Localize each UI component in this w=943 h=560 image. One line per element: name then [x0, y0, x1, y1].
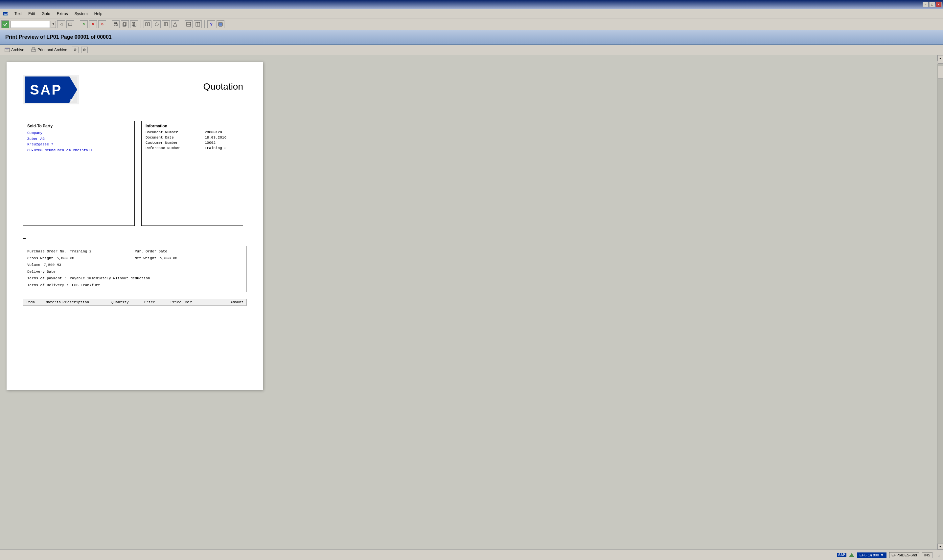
scroll-track[interactable] [937, 64, 943, 544]
sap-bottom-logo: SAP [837, 553, 846, 557]
page-preview-area[interactable]: SAP Quotation Sold-To Party Company Zube… [0, 55, 937, 549]
nav-forward-button[interactable] [66, 20, 74, 28]
confirm-button[interactable] [1, 20, 9, 28]
separator-dash: — [23, 236, 247, 241]
purchase-row-3: Volume 7,500 M3 [27, 262, 242, 268]
purchase-row-1: Purchase Order No. Training 2 Pur. Order… [27, 249, 242, 254]
sold-to-street: Kreuzgasse 7 [27, 142, 130, 148]
header-bar: Print Preview of LP01 Page 00001 of 0000… [0, 30, 943, 45]
col-price: Price [144, 300, 171, 304]
command-dropdown[interactable]: ▼ [51, 21, 56, 28]
svg-line-35 [938, 555, 940, 557]
menu-text[interactable]: Text [13, 11, 23, 17]
icon-btn-3[interactable] [162, 20, 170, 28]
vertical-scrollbar[interactable]: ▲ ▼ [937, 55, 943, 549]
customize-button[interactable] [216, 20, 224, 28]
archive-label: Archive [11, 48, 24, 52]
purchase-row-4: Delivery Date [27, 269, 242, 275]
sold-to-city: CH-8200 Neuhausen am Rheinfall [27, 148, 130, 154]
po-label: Purchase Order No. [27, 249, 66, 254]
info-header: Information [145, 124, 239, 128]
execute-button[interactable]: ⊙ [98, 20, 106, 28]
purchase-col-delivery: Delivery Date [27, 269, 242, 275]
copy2-button[interactable] [130, 20, 138, 28]
menu-system[interactable]: System [73, 11, 89, 17]
info-label-ref-number: Reference Number [145, 146, 205, 150]
separator-3 [140, 20, 141, 28]
scroll-thumb[interactable] [938, 66, 943, 79]
separator-5 [204, 20, 205, 28]
sold-to-company: Company [27, 130, 130, 136]
print-archive-label: Print and Archive [37, 48, 67, 52]
system-label: EH6 (3) 800 [860, 553, 879, 557]
purchase-col-terms-del: Terms of Delivery : FOB Frankfurt [27, 283, 242, 288]
help-icon-button[interactable]: ? [207, 20, 215, 28]
svg-point-29 [34, 49, 35, 50]
separator-2 [109, 20, 109, 28]
svg-rect-2 [69, 23, 72, 26]
print-archive-button[interactable]: Print and Archive [29, 47, 69, 53]
volume-value: 7,500 M3 [44, 263, 61, 267]
svg-rect-15 [164, 23, 168, 26]
document-page: SAP Quotation Sold-To Party Company Zube… [6, 62, 263, 390]
terms-delivery-label: Terms of Delivery : [27, 283, 68, 288]
menu-extras[interactable]: Extras [56, 11, 69, 17]
menu-help[interactable]: Help [93, 11, 104, 17]
menu-edit[interactable]: Edit [27, 11, 37, 17]
svg-point-34 [70, 99, 73, 102]
zoom-in-button[interactable]: ⊕ [72, 47, 79, 53]
nav-back-button[interactable]: ◁ [57, 20, 65, 28]
info-row-ref-number: Reference Number Training 2 [145, 146, 239, 150]
icon-btn-2[interactable] [153, 20, 161, 28]
action-bar: Archive Print and Archive ⊕ ⊖ [0, 45, 943, 55]
scroll-down-button[interactable]: ▼ [937, 544, 943, 549]
sap-logo: SAP [23, 75, 79, 105]
client-box: EHP6IDES-Shd [889, 552, 919, 558]
sap-icon[interactable]: SAP [1, 11, 9, 17]
stop-button[interactable]: ✕ [89, 20, 97, 28]
command-input[interactable] [11, 21, 50, 28]
resize-handle[interactable] [935, 552, 940, 558]
purchase-col-left-1: Purchase Order No. Training 2 [27, 249, 135, 254]
status-bar: SAP EH6 (3) 800 ▼ EHP6IDES-Shd INS [0, 549, 943, 560]
purchase-order-section: Purchase Order No. Training 2 Pur. Order… [23, 246, 247, 292]
info-box: Information Document Number 20000129 Doc… [141, 121, 243, 226]
info-row-doc-number: Document Number 20000129 [145, 130, 239, 134]
gross-weight-label: Gross Weight [27, 256, 53, 261]
purchase-row-5: Terms of payment : Payable immediately w… [27, 276, 242, 281]
svg-rect-25 [5, 48, 9, 49]
copy-button[interactable] [121, 20, 129, 28]
refresh-button[interactable]: ↻ [80, 20, 88, 28]
toolbar: ▼ ◁ ↻ ✕ ⊙ ? [0, 18, 943, 30]
status-triangle-icon[interactable] [849, 553, 854, 557]
col-price-unit: Price Unit [171, 300, 197, 304]
svg-rect-6 [115, 25, 117, 26]
minimize-button[interactable]: − [923, 2, 929, 7]
menu-goto[interactable]: Goto [40, 11, 52, 17]
icon-btn-4[interactable] [171, 20, 179, 28]
purchase-col-left-2: Gross Weight 5,000 KG [27, 256, 135, 261]
icon-btn-1[interactable] [144, 20, 151, 28]
system-dropdown[interactable]: EH6 (3) 800 ▼ [857, 552, 886, 558]
close-button[interactable]: ✕ [936, 2, 942, 7]
info-row-doc-date: Document Date 18.03.2016 [145, 135, 239, 140]
info-label-cust-number: Customer Number [145, 141, 205, 145]
pur-date-label: Pur. Order Date [135, 249, 167, 254]
icon-btn-6[interactable] [194, 20, 202, 28]
sold-to-header: Sold-To Party [27, 124, 130, 128]
window-controls: − □ ✕ [923, 2, 942, 7]
icon-btn-5[interactable] [185, 20, 193, 28]
scroll-up-button[interactable]: ▲ [937, 55, 943, 61]
print-button[interactable] [112, 20, 120, 28]
zoom-out-button[interactable]: ⊖ [81, 47, 88, 53]
status-section-sap: SAP [837, 553, 846, 557]
info-label-doc-date: Document Date [145, 135, 205, 140]
archive-button[interactable]: Archive [3, 47, 26, 53]
sap-small-logo: SAP [3, 11, 8, 16]
gross-weight-value: 5,000 KG [57, 256, 74, 260]
svg-rect-23 [219, 23, 222, 26]
col-quantity: Quantity [111, 300, 144, 304]
items-table: Item Material/Description Quantity Price… [23, 299, 247, 306]
svg-marker-17 [173, 22, 177, 26]
maximize-button[interactable]: □ [929, 2, 935, 7]
